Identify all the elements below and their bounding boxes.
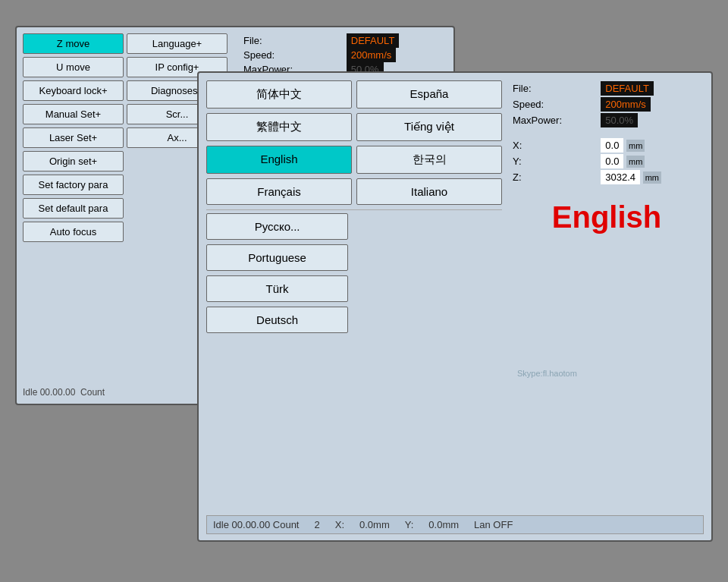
lang-vietnamese[interactable]: Tiếng việt (356, 113, 502, 141)
watermark-text: Skype:fl.haotom (517, 369, 577, 378)
front-maxpower-value: 50.0% (601, 113, 638, 127)
u-move-button[interactable]: U move (23, 57, 124, 77)
lang-russian[interactable]: Русско... (206, 213, 348, 240)
lang-korean[interactable]: 한국의 (356, 146, 502, 174)
lang-russian-row: Русско... (206, 213, 502, 240)
front-y-value: 0.0 (601, 154, 623, 168)
lang-portuguese[interactable]: Portuguese (206, 244, 348, 271)
lang-italian[interactable]: Italiano (356, 178, 502, 205)
front-status-y-label: Y: (405, 519, 414, 530)
language-grid-row3: English 한국의 (206, 146, 502, 174)
lang-portuguese-row: Portuguese (206, 244, 502, 271)
language-button[interactable]: Language+ (127, 33, 228, 54)
laser-set-button[interactable]: Laser Set+ (23, 127, 124, 148)
z-move-button[interactable]: Z move (23, 33, 124, 54)
front-status-bar: Idle 00.00.00 Count 2 X: 0.0mm Y: 0.0mm … (206, 515, 704, 534)
front-status-y-val: 0.0mm (428, 519, 459, 530)
language-selection-area: 简体中文 España 繁體中文 Tiếng việt English 한국의 … (206, 80, 502, 502)
front-speed-label: Speed: (510, 96, 598, 112)
lang-spanish[interactable]: España (356, 80, 502, 109)
back-file-label: File: (240, 33, 344, 48)
lang-deutsch-row: Deutsch (206, 307, 502, 333)
front-info-area: File: DEFAULT Speed: 200mm/s MaxPower: 5… (510, 80, 704, 502)
front-z-label: Z: (510, 169, 598, 185)
auto-focus-button[interactable]: Auto focus (23, 222, 124, 242)
set-default-para-button[interactable]: Set default para (23, 198, 124, 219)
front-maxpower-label: MaxPower: (510, 112, 598, 128)
lang-simplified-chinese[interactable]: 简体中文 (206, 80, 352, 109)
set-factory-para-button[interactable]: Set factory para (23, 175, 124, 195)
divider (206, 209, 502, 210)
front-y-label: Y: (510, 153, 598, 169)
front-status-lan: Lan OFF (474, 519, 513, 530)
language-grid-row2: 繁體中文 Tiếng việt (206, 113, 502, 141)
lang-french[interactable]: Français (206, 178, 352, 205)
lang-turkish-row: Türk (206, 275, 502, 302)
front-y-mm: mm (626, 156, 645, 168)
back-speed-value: 200mm/s (347, 48, 396, 62)
lang-traditional-chinese[interactable]: 繁體中文 (206, 113, 352, 141)
front-speed-value: 200mm/s (601, 97, 650, 112)
front-status-count: 2 (314, 519, 319, 530)
manual-set-button[interactable]: Manual Set+ (23, 104, 124, 124)
front-z-mm: mm (643, 171, 661, 184)
front-file-value: DEFAULT (601, 81, 654, 96)
language-grid-row1: 简体中文 España (206, 80, 502, 109)
language-grid-row4: Français Italiano (206, 178, 502, 205)
selected-language-display: English (510, 200, 704, 234)
back-count-label: Count (80, 387, 105, 398)
lang-deutsch[interactable]: Deutsch (206, 307, 348, 333)
front-panel: 简体中文 España 繁體中文 Tiếng việt English 한국의 … (197, 71, 713, 542)
front-status-x-val: 0.0mm (359, 519, 390, 530)
front-status-x-label: X: (335, 519, 344, 530)
back-file-value: DEFAULT (347, 33, 400, 48)
keyboard-lock-button[interactable]: Keyboard lock+ (23, 80, 124, 101)
lang-turkish[interactable]: Türk (206, 275, 348, 302)
front-file-label: File: (510, 80, 598, 96)
origin-set-button[interactable]: Origin set+ (23, 151, 124, 171)
front-status-idle: Idle 00.00.00 Count (213, 519, 299, 530)
front-x-label: X: (510, 137, 598, 153)
back-status-text: Idle 00.00.00 (23, 387, 75, 398)
front-x-mm: mm (626, 140, 645, 152)
lang-english[interactable]: English (206, 146, 352, 174)
back-speed-label: Speed: (240, 48, 344, 62)
back-status-bar: Idle 00.00.00 Count (23, 387, 105, 398)
front-z-value: 3032.4 (601, 170, 640, 184)
front-x-value: 0.0 (601, 138, 623, 153)
